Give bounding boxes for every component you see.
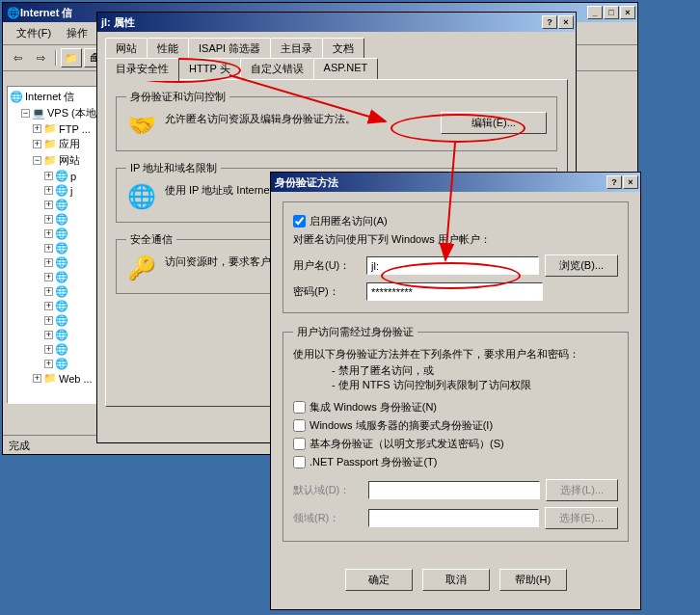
props-titlebar: jl: 属性 ? × [97, 13, 576, 32]
basic-auth-checkbox[interactable]: 基本身份验证（以明文形式发送密码）(S) [293, 437, 618, 451]
tree-site[interactable]: +🌐 [10, 255, 94, 270]
tree-site[interactable]: +🌐 [10, 270, 94, 284]
tab-directory-security[interactable]: 目录安全性 [105, 58, 179, 81]
select-domain-button: 选择(L)... [546, 479, 618, 501]
auth-req-desc: 使用以下身份验证方法并在下列条件下，要求用户名和密码： [293, 347, 618, 361]
tab-aspnet[interactable]: ASP.NET [313, 58, 379, 79]
tree-webext[interactable]: +📁Web ... [10, 371, 94, 386]
auth-req-legend: 用户访问需经过身份验证 [293, 325, 417, 339]
tree-root[interactable]: 🌐Internet 信 [10, 89, 94, 105]
password-label: 密码(P)： [293, 284, 361, 299]
bullet2: - 使用 NTFS 访问控制列表限制了访问权限 [332, 378, 618, 392]
tree-site[interactable]: +🌐 [10, 299, 94, 313]
tree-site[interactable]: +🌐 [10, 241, 94, 255]
username-field[interactable] [366, 256, 539, 275]
tab-website[interactable]: 网站 [105, 38, 148, 59]
auth-titlebar: 身份验证方法 ? × [271, 173, 640, 192]
help-button-bottom[interactable]: 帮助(H) [499, 569, 567, 591]
cancel-button[interactable]: 取消 [422, 569, 490, 591]
tab-performance[interactable]: 性能 [147, 38, 189, 59]
auth-legend: 身份验证和访问控制 [126, 90, 229, 104]
default-domain-label: 默认域(D)： [293, 483, 363, 497]
tab-homedir[interactable]: 主目录 [270, 38, 323, 59]
minimize-button[interactable]: _ [587, 6, 603, 19]
tree-site[interactable]: +🌐 [10, 212, 94, 227]
key-icon: 🔑 [126, 254, 157, 281]
tab-documents[interactable]: 文档 [322, 38, 364, 59]
auth-title: 身份验证方法 [275, 175, 606, 190]
back-button[interactable]: ⇦ [7, 48, 28, 67]
anon-desc: 对匿名访问使用下列 Windows 用户帐户： [293, 232, 618, 247]
bullet1: - 禁用了匿名访问，或 [332, 363, 618, 378]
browse-button[interactable]: 浏览(B)... [545, 254, 618, 277]
help-button[interactable]: ? [606, 175, 622, 189]
default-domain-field [368, 481, 540, 499]
tree-site[interactable]: +🌐 [10, 342, 94, 357]
realm-label: 领域(R)： [293, 511, 363, 525]
username-label: 用户名(U)： [293, 258, 361, 273]
tree-site[interactable]: +🌐 [10, 227, 94, 241]
tab-custom-errors[interactable]: 自定义错误 [240, 58, 314, 79]
tabs-row1: 网站 性能 ISAPI 筛选器 主目录 文档 [105, 38, 568, 59]
forward-button[interactable]: ⇨ [30, 48, 51, 67]
tree-app[interactable]: +📁应用 [10, 136, 94, 152]
close-button[interactable]: × [620, 6, 635, 19]
tree-web[interactable]: −📁网站 [10, 152, 94, 169]
digest-auth-checkbox[interactable]: Windows 域服务器的摘要式身份验证(I) [293, 418, 618, 433]
tree-site[interactable]: +🌐 [10, 284, 94, 299]
tree-site[interactable]: +🌐p [10, 169, 94, 183]
password-field[interactable] [366, 282, 543, 301]
globe-lock-icon: 🌐 [126, 183, 157, 210]
tree-site[interactable]: +🌐 [10, 357, 94, 371]
secure-legend: 安全通信 [126, 232, 176, 247]
enable-anon-checkbox[interactable]: 启用匿名访问(A) [293, 214, 618, 228]
close-button[interactable]: × [623, 175, 638, 189]
tree-ftp[interactable]: +📁FTP ... [10, 121, 94, 136]
auth-group: 身份验证和访问控制 🤝 允许匿名访问资源及编辑身份验证方法。 编辑(E)... [116, 90, 557, 151]
tree-vps[interactable]: −💻VPS (本地 [10, 105, 94, 121]
ok-button[interactable]: 确定 [345, 569, 413, 591]
up-button[interactable]: 📁 [61, 48, 82, 67]
help-button[interactable]: ? [542, 15, 557, 29]
menu-file[interactable]: 文件(F) [9, 24, 59, 42]
select-realm-button: 选择(E)... [545, 507, 618, 529]
tree-site[interactable]: +🌐j [10, 183, 94, 198]
app-icon: 🌐 [7, 7, 20, 19]
tree-site[interactable]: +🌐 [10, 198, 94, 212]
auth-desc: 允许匿名访问资源及编辑身份验证方法。 [165, 112, 433, 126]
tree-site[interactable]: +🌐 [10, 328, 94, 342]
dialog-buttons: 确定 取消 帮助(H) [271, 561, 640, 601]
maximize-button[interactable]: □ [604, 6, 619, 19]
integrated-auth-checkbox[interactable]: 集成 Windows 身份验证(N) [293, 400, 618, 414]
close-button[interactable]: × [558, 15, 574, 29]
props-title: jl: 属性 [101, 15, 542, 30]
handshake-icon: 🤝 [126, 112, 157, 139]
passport-auth-checkbox[interactable]: .NET Passport 身份验证(T) [293, 455, 618, 469]
auth-required-group: 用户访问需经过身份验证 使用以下身份验证方法并在下列条件下，要求用户名和密码： … [283, 325, 629, 542]
tree-view[interactable]: 🌐Internet 信 −💻VPS (本地 +📁FTP ... +📁应用 −📁网… [7, 86, 97, 404]
realm-field [368, 509, 539, 527]
ip-legend: IP 地址和域名限制 [126, 161, 221, 175]
auth-methods-dialog: 身份验证方法 ? × 启用匿名访问(A) 对匿名访问使用下列 Windows 用… [270, 172, 641, 610]
menu-action[interactable]: 操作 [59, 24, 95, 42]
tab-http-headers[interactable]: HTTP 头 [178, 58, 241, 79]
tree-site[interactable]: +🌐 [10, 313, 94, 328]
tabs-row2: 目录安全性 HTTP 头 自定义错误 ASP.NET [105, 58, 568, 79]
tab-isapi[interactable]: ISAPI 筛选器 [188, 38, 271, 59]
edit-auth-button[interactable]: 编辑(E)... [441, 112, 547, 134]
enable-anon-input[interactable] [293, 215, 306, 227]
